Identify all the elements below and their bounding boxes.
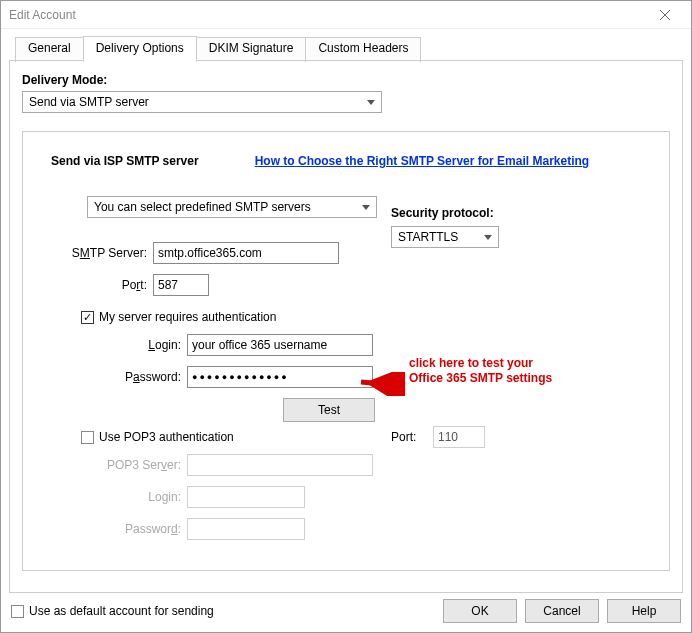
smtp-server-label: SMTP Server: — [51, 246, 147, 260]
tab-general[interactable]: General — [15, 37, 84, 62]
pop3-login-label: Login: — [85, 490, 181, 504]
default-account-checkbox[interactable] — [11, 605, 24, 618]
delivery-mode-value: Send via SMTP server — [29, 95, 149, 109]
predefined-smtp-value: You can select predefined SMTP servers — [94, 200, 311, 214]
security-protocol-group: Security protocol: STARTTLS — [391, 206, 499, 248]
smtp-port-input[interactable] — [153, 274, 209, 296]
smtp-panel: Send via ISP SMTP server How to Choose t… — [22, 131, 670, 571]
tab-custom-headers[interactable]: Custom Headers — [305, 37, 421, 62]
tab-dkim-signature[interactable]: DKIM Signature — [196, 37, 307, 62]
test-button[interactable]: Test — [283, 398, 375, 422]
pop3-login-input — [187, 486, 305, 508]
pop3-server-input — [187, 454, 373, 476]
pop3-port-input — [433, 426, 485, 448]
titlebar: Edit Account — [1, 1, 691, 29]
window-title: Edit Account — [9, 8, 645, 22]
ok-button[interactable]: OK — [443, 599, 517, 623]
default-account-checkbox-row[interactable]: Use as default account for sending — [11, 604, 214, 618]
tab-bar: General Delivery Options DKIM Signature … — [15, 35, 691, 60]
password-input[interactable]: ●●●●●●●●●●●●● — [187, 366, 373, 388]
main-panel: Delivery Mode: Send via SMTP server Send… — [9, 60, 683, 593]
security-protocol-select[interactable]: STARTTLS — [391, 226, 499, 248]
smtp-server-input[interactable] — [153, 242, 339, 264]
help-button[interactable]: Help — [607, 599, 681, 623]
pop3-checkbox[interactable] — [81, 431, 94, 444]
close-button[interactable] — [645, 1, 685, 28]
tab-delivery-options[interactable]: Delivery Options — [83, 36, 197, 61]
login-label: Login: — [85, 338, 181, 352]
login-input[interactable] — [187, 334, 373, 356]
pop3-server-label: POP3 Server: — [85, 458, 181, 472]
pop3-password-input — [187, 518, 305, 540]
chevron-down-icon — [484, 235, 492, 240]
default-account-label: Use as default account for sending — [29, 604, 214, 618]
cancel-button[interactable]: Cancel — [525, 599, 599, 623]
delivery-mode-select[interactable]: Send via SMTP server — [22, 91, 382, 113]
predefined-smtp-select[interactable]: You can select predefined SMTP servers — [87, 196, 377, 218]
pop3-checkbox-label: Use POP3 authentication — [99, 430, 234, 444]
pop3-port-label: Port: — [391, 430, 427, 444]
pop3-checkbox-row[interactable]: Use POP3 authentication — [81, 430, 641, 444]
chevron-down-icon — [362, 205, 370, 210]
security-protocol-label: Security protocol: — [391, 206, 499, 220]
auth-checkbox-row[interactable]: ✓ My server requires authentication — [81, 310, 641, 324]
auth-checkbox-label: My server requires authentication — [99, 310, 276, 324]
section-heading: Send via ISP SMTP server — [51, 154, 199, 168]
close-icon — [660, 10, 670, 20]
delivery-mode-label: Delivery Mode: — [22, 73, 670, 87]
footer: Use as default account for sending OK Ca… — [1, 590, 691, 632]
auth-checkbox[interactable]: ✓ — [81, 311, 94, 324]
help-link[interactable]: How to Choose the Right SMTP Server for … — [255, 154, 590, 168]
pop3-port-group: Port: — [391, 426, 485, 448]
security-protocol-value: STARTTLS — [398, 230, 458, 244]
pop3-password-label: Password: — [85, 522, 181, 536]
chevron-down-icon — [367, 100, 375, 105]
password-label: Password: — [85, 370, 181, 384]
smtp-port-label: Port: — [51, 278, 147, 292]
